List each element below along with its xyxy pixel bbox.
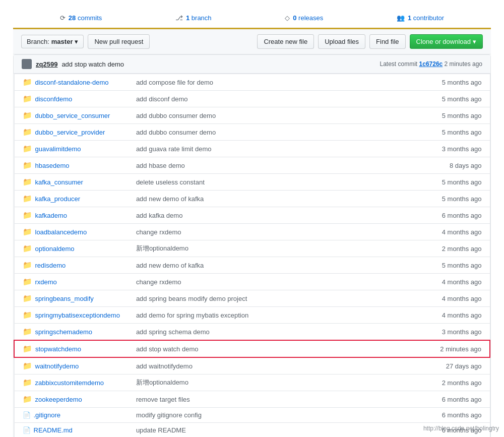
file-link[interactable]: 📁 waitnotifydemo — [23, 361, 120, 370]
time-cell: 6 months ago — [377, 408, 490, 423]
file-name-cell: 📁 stopwatchdemo — [14, 340, 128, 357]
repo-file-list: zq2599 add stop watch demo Latest commit… — [13, 54, 491, 437]
folder-icon: 📁 — [23, 327, 32, 336]
file-name: hbasedemo — [35, 162, 70, 169]
branches-link[interactable]: 1 branch — [186, 14, 212, 22]
table-row: 📁 springschemademo add spring schema dem… — [14, 324, 490, 341]
file-name: kafkademo — [35, 212, 68, 219]
file-link[interactable]: 📁 rxdemo — [23, 277, 120, 286]
file-name-cell: 📁 guavalimitdemo — [14, 141, 128, 157]
file-link[interactable]: 📁 dubbo_service_consumer — [23, 111, 120, 120]
tag-icon: ◇ — [285, 14, 290, 22]
table-row: 📄 README.md update README 6 months ago — [14, 423, 490, 438]
find-file-button[interactable]: Find file — [369, 34, 406, 49]
file-link[interactable]: 📁 guavalimitdemo — [23, 144, 120, 153]
commits-label: commits — [78, 14, 102, 22]
time-cell: 27 days ago — [377, 357, 490, 374]
latest-commit-info: zq2599 add stop watch demo — [22, 59, 124, 69]
file-link[interactable]: 📁 disconfdemo — [23, 94, 120, 103]
file-name-cell: 📁 zabbixcustomitemdemo — [14, 374, 128, 391]
table-row: 📁 waitnotifydemo add waitnotifydemo 27 d… — [14, 357, 490, 374]
time-cell: 3 months ago — [377, 324, 490, 341]
table-row: 📁 springmybatisexceptiondemo add demo fo… — [14, 307, 490, 324]
file-link[interactable]: 📁 kafka_consumer — [23, 177, 120, 186]
file-link[interactable]: 📁 dubbo_service_provider — [23, 128, 120, 137]
file-link[interactable]: 📁 springbeans_modify — [23, 294, 120, 303]
file-link[interactable]: 📁 zabbixcustomitemdemo — [23, 378, 120, 387]
releases-stat[interactable]: ◇ 0 releases — [285, 14, 323, 22]
file-link[interactable]: 📁 kafkademo — [23, 211, 120, 220]
commit-msg-cell: 新增optionaldemo — [128, 240, 378, 257]
create-new-file-button[interactable]: Create new file — [257, 34, 314, 49]
toolbar-right: Create new file Upload files Find file C… — [257, 34, 483, 49]
hash-label: Latest commit — [380, 60, 418, 68]
table-row: 📁 kafkademo add kafka demo 6 months ago — [14, 207, 490, 224]
upload-files-button[interactable]: Upload files — [318, 34, 365, 49]
new-pull-request-button[interactable]: New pull request — [88, 34, 150, 49]
commits-stat[interactable]: ⟳ 28 commits — [60, 14, 102, 22]
file-name-cell: 📁 loadbalancedemo — [14, 224, 128, 240]
table-row: 📁 kafka_consumer delete useless constant… — [14, 174, 490, 191]
time-cell: 6 months ago — [377, 207, 490, 224]
table-row: 📁 stopwatchdemo add stop watch demo 2 mi… — [14, 340, 490, 357]
table-row: 📄 .gitignore modify gitignore config 6 m… — [14, 408, 490, 423]
file-link[interactable]: 📁 zookeeperdemo — [23, 395, 120, 404]
file-name-cell: 📁 optionaldemo — [14, 240, 128, 257]
file-link[interactable]: 📁 springschemademo — [23, 327, 120, 336]
people-icon: 👥 — [397, 14, 405, 22]
commits-link[interactable]: 28 commits — [69, 14, 102, 22]
file-name: disconfdemo — [35, 95, 73, 103]
table-row: 📁 zookeeperdemo remove target files 6 mo… — [14, 391, 490, 408]
table-row: 📁 rxdemo change rxdemo 4 months ago — [14, 274, 490, 290]
commit-msg-cell: add disconf demo — [128, 91, 378, 107]
file-toolbar: Branch: master ▾ New pull request Create… — [13, 29, 491, 54]
file-link[interactable]: 📁 loadbalancedemo — [23, 227, 120, 236]
file-name-cell: 📁 springbeans_modify — [14, 290, 128, 307]
file-name: loadbalancedemo — [35, 228, 87, 236]
time-cell: 5 months ago — [377, 174, 490, 191]
commit-time: 2 minutes ago — [445, 60, 482, 68]
commit-msg-cell: add dubbo consumer demo — [128, 124, 378, 141]
file-icon: 📄 — [23, 411, 31, 419]
file-name: dubbo_service_consumer — [35, 112, 110, 119]
commit-msg-cell: add new demo of kafka — [128, 257, 378, 274]
branches-label: branch — [192, 14, 212, 22]
table-row: 📁 loadbalancedemo change rxdemo 4 months… — [14, 224, 490, 240]
time-cell: 2 minutes ago — [377, 340, 490, 357]
commit-msg-cell: delete useless constant — [128, 174, 378, 191]
time-cell: 5 months ago — [377, 107, 490, 124]
file-name: kafka_producer — [35, 195, 81, 203]
file-link[interactable]: 📁 hbasedemo — [23, 161, 120, 170]
watermark: http://blog.csdn.net/bolingtry — [423, 425, 499, 432]
commit-msg-cell: add hbase demo — [128, 157, 378, 174]
branch-name: master — [51, 38, 73, 45]
folder-icon: 📁 — [23, 344, 32, 353]
file-link[interactable]: 📄 .gitignore — [23, 411, 120, 419]
file-link[interactable]: 📁 springmybatisexceptiondemo — [23, 310, 120, 320]
commit-author[interactable]: zq2599 — [36, 60, 57, 68]
file-link[interactable]: 📁 redisdemo — [23, 261, 120, 270]
file-link[interactable]: 📄 README.md — [23, 426, 120, 434]
contributors-stat[interactable]: 👥 1 contributor — [397, 14, 444, 22]
folder-icon: 📁 — [23, 161, 32, 170]
file-name: springmybatisexceptiondemo — [35, 311, 120, 319]
file-name-cell: 📁 kafka_consumer — [14, 174, 128, 191]
file-name-cell: 📁 kafkademo — [14, 207, 128, 224]
commit-msg-cell: add new demo of kafka — [128, 191, 378, 207]
file-name: optionaldemo — [35, 245, 75, 253]
file-link[interactable]: 📁 optionaldemo — [23, 244, 120, 253]
file-name: zabbixcustomitemdemo — [35, 379, 104, 387]
clone-or-download-button[interactable]: Clone or download ▾ — [410, 34, 483, 49]
file-name: guavalimitdemo — [35, 145, 81, 153]
file-name-cell: 📁 disconfdemo — [14, 91, 128, 107]
file-link[interactable]: 📁 disconf-standalone-demo — [23, 78, 120, 87]
contributors-link[interactable]: 1 contributor — [408, 14, 444, 22]
file-link[interactable]: 📁 stopwatchdemo — [23, 344, 120, 353]
branch-selector[interactable]: Branch: master ▾ — [21, 35, 84, 48]
time-cell: 5 months ago — [377, 257, 490, 274]
folder-icon: 📁 — [23, 128, 32, 137]
releases-link[interactable]: 0 releases — [293, 14, 323, 22]
file-link[interactable]: 📁 kafka_producer — [23, 194, 120, 203]
commit-hash[interactable]: 1c6726c — [419, 60, 443, 68]
branches-stat[interactable]: ⎇ 1 branch — [175, 14, 212, 22]
